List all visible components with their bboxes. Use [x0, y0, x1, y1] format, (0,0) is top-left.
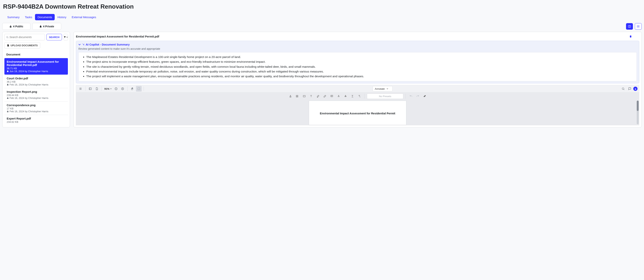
squiggly-icon[interactable]	[350, 93, 355, 99]
undo-icon[interactable]	[408, 93, 414, 99]
download-button[interactable]	[634, 34, 639, 39]
document-size: 239.44 KB	[7, 94, 66, 96]
document-name: Expert Report.pdf	[7, 117, 66, 120]
chevron-down-icon	[110, 88, 112, 90]
upload-documents-label: UPLOAD DOCUMENTS	[10, 44, 38, 47]
document-meta: Feb 16, 2024 by Christopher Harris	[7, 96, 66, 100]
document-item[interactable]: Expert Report.pdf 234.62 KB	[4, 115, 68, 125]
document-name: Court Order.pdf	[7, 77, 66, 80]
svg-point-7	[637, 27, 637, 27]
documents-sidebar: SEARCH UPLOAD DOCUMENTS Document Environ…	[2, 32, 70, 128]
zoom-level[interactable]: 91%	[104, 88, 112, 90]
magic-wand-icon	[82, 43, 84, 46]
text-highlight-icon[interactable]	[336, 93, 342, 99]
document-name: Environmental Impact Assessment for Resi…	[7, 60, 66, 66]
unlock-icon	[7, 110, 9, 112]
rectangle-icon[interactable]	[301, 93, 307, 99]
document-title: Environmental Impact Assessment for Resi…	[76, 35, 159, 38]
tab-history[interactable]: History	[55, 14, 69, 20]
public-filter-button[interactable]: 4 Public	[2, 23, 30, 30]
svg-point-5	[637, 26, 637, 26]
document-item[interactable]: Inspection Report.png 239.44 KB Feb 16, …	[4, 88, 68, 101]
search-button[interactable]: SEARCH	[46, 34, 62, 40]
search-input-wrap	[4, 34, 45, 40]
document-item[interactable]: Correspondence.png 17 KB Feb 16, 2024 by…	[4, 101, 68, 115]
document-list-header: Document	[4, 52, 68, 58]
unlock-icon	[9, 25, 12, 28]
delete-button[interactable]	[628, 34, 633, 39]
lock-icon	[7, 84, 9, 86]
redo-icon[interactable]	[415, 93, 421, 99]
free-text-icon[interactable]	[308, 93, 314, 99]
annotate-dropdown[interactable]: Annotate	[373, 86, 392, 92]
tab-documents[interactable]: Documents	[35, 14, 55, 20]
unlock-icon	[7, 97, 9, 99]
presets-dropdown[interactable]: No Presets	[367, 94, 403, 99]
copilot-note: Review generated content to make sure it…	[78, 47, 637, 50]
svg-rect-20	[138, 88, 140, 90]
text-box-icon[interactable]	[294, 93, 300, 99]
zoom-in-icon[interactable]	[120, 86, 126, 92]
page-mode-icon[interactable]	[94, 86, 100, 92]
document-item[interactable]: Court Order.pdf 36.2 KB Feb 16, 2024 by …	[4, 74, 68, 88]
comment-icon[interactable]	[627, 86, 632, 92]
menu-icon[interactable]	[78, 86, 83, 92]
public-filter-label: 4 Public	[13, 25, 23, 28]
insert-text-icon[interactable]	[356, 93, 362, 99]
chevron-down-icon	[387, 88, 388, 90]
summary-item: The site is characterized by gently roll…	[86, 64, 634, 69]
zoom-value: 91%	[104, 88, 109, 90]
summary-list: The Maplewood Estates Residential Develo…	[81, 55, 634, 78]
svg-rect-13	[89, 88, 92, 90]
svg-rect-27	[331, 95, 333, 97]
tab-summary[interactable]: Summary	[4, 14, 22, 20]
document-name: Inspection Report.png	[7, 90, 66, 93]
view-list-button[interactable]	[635, 23, 642, 30]
lock-icon	[40, 25, 42, 28]
eraser-icon[interactable]	[422, 93, 428, 99]
document-meta: Feb 16, 2024 by Christopher Harris	[7, 83, 66, 86]
file-upload-icon	[7, 44, 9, 47]
tab-external-messages[interactable]: External Messages	[69, 14, 99, 20]
viewer-toolbar-annotation: No Presets	[76, 92, 639, 100]
svg-point-6	[637, 26, 637, 26]
document-size: 234.62 KB	[7, 120, 66, 123]
viewer-canvas: Environmental Impact Assessment for Resi…	[76, 100, 639, 125]
document-size: 17 KB	[7, 107, 66, 110]
viewer-toolbar-primary: 91% Annotate a	[76, 85, 639, 92]
private-filter-label: 4 Private	[43, 25, 54, 28]
document-name: Correspondence.png	[7, 104, 66, 107]
vertical-scrollbar[interactable]	[637, 100, 639, 124]
text-underline-icon[interactable]	[288, 93, 293, 99]
highlight-icon[interactable]	[315, 93, 321, 99]
summary-item: Potential environmental impacts include …	[86, 69, 634, 74]
annotate-label: Annotate	[375, 88, 385, 90]
search-input[interactable]	[9, 36, 43, 39]
svg-line-22	[624, 89, 624, 90]
lock-icon	[7, 70, 9, 72]
chevron-down-icon[interactable]	[78, 44, 81, 46]
private-filter-button[interactable]: 4 Private	[32, 23, 61, 30]
strikethrough-icon[interactable]	[343, 93, 348, 99]
note-icon[interactable]	[329, 93, 334, 99]
upload-documents-button[interactable]: UPLOAD DOCUMENTS	[4, 42, 40, 48]
filter-button[interactable]	[64, 34, 68, 40]
freehand-icon[interactable]	[322, 93, 328, 99]
document-item[interactable]: Environmental Impact Assessment for Resi…	[4, 58, 68, 74]
preview-heading: Environmental Impact Assessment for Resi…	[320, 112, 395, 115]
view-split-button[interactable]	[626, 23, 633, 30]
document-size: 36.2 KB	[7, 80, 66, 83]
svg-line-9	[8, 38, 8, 38]
document-meta: Jun 19, 2024 by Christopher Harris	[7, 70, 66, 73]
zoom-out-icon[interactable]	[113, 86, 119, 92]
document-size: 36.71 KB	[7, 67, 66, 70]
pan-icon[interactable]	[130, 86, 135, 92]
svg-rect-25	[303, 96, 305, 97]
copilot-title: AI Copilot - Document Summary	[86, 43, 130, 46]
chevron-down-icon	[66, 36, 68, 38]
panel-toggle-icon[interactable]	[88, 86, 93, 92]
tab-tasks[interactable]: Tasks	[22, 14, 35, 20]
info-icon[interactable]: a	[633, 87, 638, 91]
search-in-doc-icon[interactable]	[620, 86, 626, 92]
select-icon[interactable]	[136, 86, 142, 92]
